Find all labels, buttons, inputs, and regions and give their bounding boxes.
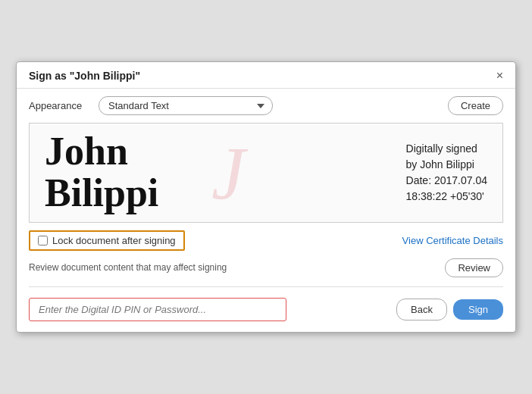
pin-input[interactable] bbox=[29, 298, 286, 321]
lock-label: Lock document after signing bbox=[52, 235, 176, 246]
lock-checkbox-area: Lock document after signing bbox=[29, 230, 185, 251]
review-row: Review document content that may affect … bbox=[17, 254, 515, 282]
dialog-header: Sign as "John Bilippi" × bbox=[17, 62, 515, 89]
lock-row: Lock document after signing View Certifi… bbox=[17, 223, 515, 254]
close-button[interactable]: × bbox=[496, 70, 503, 82]
signature-name: John Bilippi bbox=[45, 131, 158, 214]
appearance-label: Appearance bbox=[29, 100, 89, 111]
signature-preview: John Bilippi J Digitally signed by John … bbox=[29, 123, 503, 222]
review-button[interactable]: Review bbox=[445, 258, 503, 277]
appearance-row: Appearance Standard Text Create bbox=[17, 89, 515, 123]
sign-dialog: Sign as "John Bilippi" × Appearance Stan… bbox=[16, 61, 516, 332]
signature-watermark: J bbox=[211, 130, 245, 217]
dialog-title: Sign as "John Bilippi" bbox=[29, 70, 140, 82]
review-text: Review document content that may affect … bbox=[29, 262, 227, 273]
action-buttons: Back Sign bbox=[396, 299, 503, 321]
create-button[interactable]: Create bbox=[448, 96, 503, 115]
signature-info: Digitally signed by John Bilippi Date: 2… bbox=[406, 141, 487, 205]
divider bbox=[29, 286, 503, 287]
appearance-select[interactable]: Standard Text bbox=[99, 96, 273, 115]
view-certificate-link[interactable]: View Certificate Details bbox=[402, 235, 503, 246]
sign-button[interactable]: Sign bbox=[453, 299, 503, 320]
lock-checkbox[interactable] bbox=[38, 236, 48, 245]
back-button[interactable]: Back bbox=[396, 299, 447, 321]
pin-row: Back Sign bbox=[17, 292, 515, 332]
